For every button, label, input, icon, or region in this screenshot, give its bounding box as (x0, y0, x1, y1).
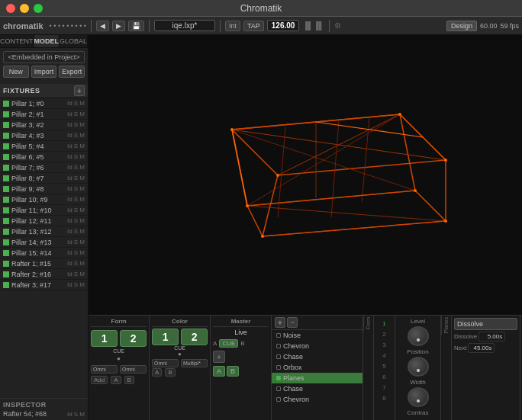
svg-line-19 (263, 221, 446, 236)
planes-vertical-label: Planes (441, 316, 451, 335)
chase-dot (276, 344, 281, 348)
chase-item-orbox[interactable]: Orbox (272, 362, 362, 373)
chase-item-chevron[interactable]: Chevron (272, 341, 362, 351)
maximize-button[interactable] (34, 4, 43, 13)
lane-5[interactable]: 5 (377, 361, 392, 370)
chase-item-noise[interactable]: Noise (272, 330, 362, 341)
width-label: Width (410, 379, 425, 386)
close-button[interactable] (6, 4, 15, 13)
inspector-item-name: Rafter 54; #68 (3, 410, 47, 418)
fixture-name: Pillar 6; #5 (11, 153, 67, 161)
fixture-color-dot (3, 111, 9, 117)
lane-2[interactable]: 2 (377, 329, 392, 338)
color-cue-1[interactable]: 1 (152, 329, 179, 345)
list-item[interactable]: Pillar 4; #3 Id S M (0, 130, 88, 141)
list-item[interactable]: Rafter 2; #16 Id S M (0, 269, 88, 280)
level-knob[interactable] (408, 326, 429, 346)
lane-6[interactable]: 6 (377, 372, 392, 381)
tap-button[interactable]: TAP (243, 21, 264, 31)
lane-7[interactable]: 7 (377, 383, 392, 392)
lane-8[interactable]: 8 (377, 393, 392, 402)
lane-1[interactable]: 1 (377, 319, 392, 328)
master-cue-a[interactable]: A (213, 366, 225, 377)
fixture-icons: Id S M (67, 260, 85, 267)
list-item[interactable]: Pillar 10; #9 Id S M (0, 194, 88, 205)
list-item[interactable]: Pillar 9; #8 Id S M (0, 184, 88, 194)
contras-label: Contras (408, 409, 429, 416)
chase-item-label: Planes (283, 374, 304, 382)
chase-item-chase1[interactable]: Chase (272, 351, 362, 362)
fixtures-add-button[interactable]: + (74, 85, 85, 96)
omni-1-select[interactable]: Omni (91, 365, 118, 374)
dissolve-time-input[interactable] (478, 332, 505, 341)
list-item[interactable]: Pillar 13; #12 Id S M (0, 226, 88, 237)
tab-global[interactable]: GLOBAL (60, 35, 88, 47)
tilde-button[interactable]: ~ (287, 317, 298, 328)
multiply-select[interactable]: Multipl* (181, 359, 208, 367)
master-cue-b[interactable]: B (227, 366, 239, 377)
chase-dot-active (276, 376, 281, 380)
list-item[interactable]: Pillar 14; #13 Id S M (0, 237, 88, 248)
position-label: Position (407, 348, 428, 355)
viewport-3d[interactable] (89, 35, 522, 315)
list-item[interactable]: Pillar 12; #11 Id S M (0, 216, 88, 226)
list-item[interactable]: Pillar 5; #4 Id S M (0, 141, 88, 152)
lane-4[interactable]: 4 (377, 351, 392, 360)
form-vertical-label-container: Form (363, 316, 374, 420)
chase-item-label: Chase (283, 385, 303, 393)
list-item[interactable]: Rafter 3; #17 Id S M (0, 280, 88, 290)
fixture-icons: Id S M (67, 111, 85, 117)
chase-dot (276, 365, 281, 370)
list-item[interactable]: Pillar 1; #0 Id S M (0, 98, 88, 109)
level-panel: Level Position Width Contras (395, 316, 441, 420)
position-knob[interactable] (408, 357, 429, 377)
plus-icon[interactable]: + (213, 351, 225, 363)
width-knob[interactable] (408, 387, 429, 407)
tab-model[interactable]: MODEL (34, 35, 60, 47)
next-label: Next (454, 345, 466, 351)
chase-add-button[interactable]: + (275, 317, 285, 328)
nav-forward-button[interactable]: ▶ (112, 21, 125, 31)
cue-2-box[interactable]: 2 (120, 330, 147, 347)
inspector-item: Rafter 54; #68 Id S M (3, 410, 85, 418)
fixture-icons: Id S M (67, 207, 85, 213)
chase-item-chevron2[interactable]: Chevron (272, 394, 362, 405)
left-tab-bar: CONTENT MODEL GLOBAL (0, 35, 88, 48)
minimize-button[interactable] (20, 4, 29, 13)
lane-3[interactable]: 3 (377, 340, 392, 349)
list-item[interactable]: Rafter 1; #15 Id S M (0, 258, 88, 269)
master-plus-btn[interactable]: + (213, 351, 269, 363)
fixture-name: Pillar 8; #7 (11, 175, 67, 182)
cue-1-box[interactable]: 1 (91, 330, 118, 347)
list-item[interactable]: Pillar 7; #6 Id S M (0, 162, 88, 173)
list-item[interactable]: Pillar 2; #1 Id S M (0, 109, 88, 120)
color-cue-2[interactable]: 2 (181, 329, 208, 345)
knob-indicator (417, 399, 420, 402)
fixture-name: Pillar 15; #14 (11, 249, 67, 257)
save-button[interactable]: 💾 (128, 21, 144, 31)
svg-point-28 (276, 174, 279, 177)
chase-item-label: Chase (283, 353, 303, 361)
nav-back-button[interactable]: ◀ (96, 21, 109, 31)
export-button[interactable]: Export (59, 66, 85, 78)
new-button[interactable]: New (3, 66, 29, 78)
list-item[interactable]: Pillar 8; #7 Id S M (0, 173, 88, 184)
import-button[interactable]: Import (31, 66, 57, 78)
next-time-input[interactable] (468, 343, 495, 353)
list-item[interactable]: Pillar 11; #10 Id S M (0, 205, 88, 216)
tab-content[interactable]: CONTENT (0, 35, 34, 47)
fixture-color-dot (3, 186, 9, 192)
omni-2-select[interactable]: Omni (120, 365, 147, 374)
master-title: Master (213, 318, 269, 327)
color-omni-select[interactable]: Omni (152, 359, 179, 367)
dissolve-select[interactable]: Dissolve (454, 318, 517, 330)
list-item[interactable]: Pillar 3; #2 Id S M (0, 120, 88, 130)
fixture-color-dot (3, 133, 9, 139)
chase-item-planes[interactable]: Planes (272, 373, 362, 383)
list-item[interactable]: Pillar 15; #14 Id S M (0, 248, 88, 258)
design-button[interactable]: Design (446, 21, 477, 31)
list-item[interactable]: Pillar 6; #5 Id S M (0, 152, 88, 162)
knob-indicator (417, 369, 420, 372)
chase-item-chase2[interactable]: Chase (272, 383, 362, 394)
form-vertical-label: Form (363, 316, 373, 331)
